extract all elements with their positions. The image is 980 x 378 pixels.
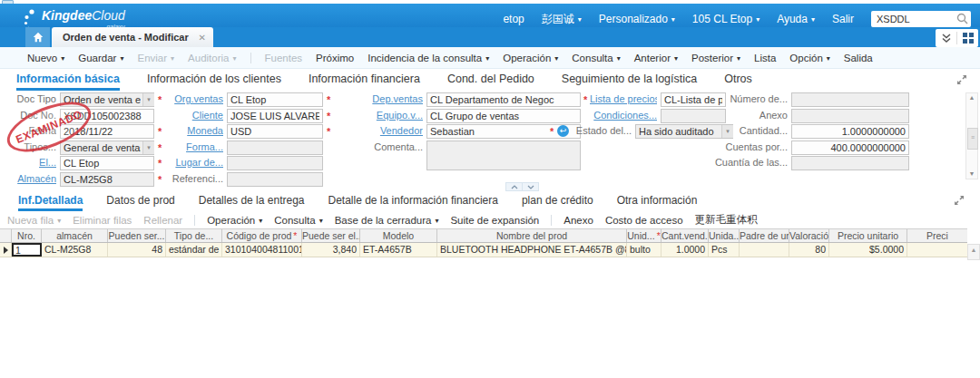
col-header-unida[interactable]: Unida... bbox=[709, 229, 740, 242]
label-dep-ventas[interactable]: Dep.ventas bbox=[359, 92, 423, 106]
org-ventas-field[interactable] bbox=[227, 92, 323, 107]
collapse-tabs-button[interactable] bbox=[936, 29, 956, 47]
label-vendedor[interactable]: Vendedor bbox=[359, 124, 423, 138]
search-icon[interactable] bbox=[956, 13, 968, 24]
tab-orden-de-venta[interactable]: Orden de venta - Modificar bbox=[52, 27, 213, 47]
dep-ventas-field[interactable] bbox=[426, 92, 581, 107]
menu-guardar[interactable]: Guardar bbox=[78, 53, 123, 63]
apps-menu-button[interactable] bbox=[957, 29, 978, 47]
col-header-unid[interactable]: Unid...* bbox=[627, 229, 662, 242]
label-almacen[interactable]: Almacén bbox=[0, 172, 56, 186]
menu-anterior[interactable]: Anterior bbox=[634, 53, 678, 63]
col-header-pueden-ser[interactable]: Pueden ser... bbox=[108, 229, 166, 242]
toolbar-costo-acceso[interactable]: Costo de acceso bbox=[605, 215, 683, 226]
tab-otros[interactable]: Otros bbox=[724, 69, 752, 91]
toolbar-anexo[interactable]: Anexo bbox=[564, 215, 593, 226]
col-header-puede-ser-el[interactable]: Puede ser el... bbox=[302, 229, 360, 242]
menu-consulta[interactable]: Consulta bbox=[572, 53, 620, 63]
el-field[interactable] bbox=[60, 156, 154, 170]
anexo-field[interactable] bbox=[791, 109, 909, 123]
tab-cond-pedido[interactable]: Cond. del Pedido bbox=[447, 69, 534, 91]
menu-enviar[interactable]: Enviar bbox=[137, 53, 174, 63]
label-forma[interactable]: Forma... bbox=[162, 141, 223, 154]
topmenu-personalizado[interactable]: Personalizado bbox=[599, 13, 675, 25]
scroll-up-icon[interactable]: ▲ bbox=[966, 93, 977, 102]
cliente-field[interactable] bbox=[227, 109, 323, 123]
label-el[interactable]: El... bbox=[0, 156, 56, 170]
menu-operacion[interactable]: Operación bbox=[503, 53, 558, 63]
cell-nombre-prod[interactable]: BLUETOOTH HEADPHONE ET-A4657B @80 bbox=[437, 243, 627, 257]
cell-puede-ser-el[interactable]: 3,840 bbox=[302, 243, 360, 257]
cell-modelo[interactable]: ET-A4657B bbox=[360, 243, 437, 257]
col-header-padre-de-un[interactable]: Padre de un... bbox=[740, 229, 789, 242]
menu-incidencia[interactable]: Incidencia de la consulta bbox=[368, 53, 489, 63]
col-header-modelo[interactable]: Modelo bbox=[360, 229, 437, 242]
tab-datos-prod[interactable]: Datos de prod bbox=[106, 191, 174, 211]
cell-precio-unitario[interactable]: $5.0000 bbox=[829, 243, 907, 257]
home-tab[interactable] bbox=[25, 27, 50, 47]
label-moneda[interactable]: Moneda bbox=[162, 124, 223, 138]
table-row[interactable]: 1 CL-M25G8 48 estándar de los 3101040048… bbox=[0, 243, 967, 257]
grid-scrollbar[interactable]: ▲ bbox=[967, 244, 980, 260]
menu-opcion[interactable]: Opción bbox=[789, 53, 829, 63]
expand-form-icon[interactable] bbox=[956, 74, 967, 85]
tab-plan-credito[interactable]: plan de crédito bbox=[522, 191, 593, 211]
col-header-selector[interactable] bbox=[0, 229, 12, 242]
label-lista-precios[interactable]: Lista de precios bbox=[590, 92, 657, 106]
toolbar-suite-expansion[interactable]: Suite de expansión bbox=[450, 215, 539, 226]
caret-down-icon[interactable] bbox=[142, 93, 154, 106]
toolbar-actualizar-peso[interactable]: 更新毛重体积 bbox=[695, 213, 758, 227]
tipos-field[interactable] bbox=[60, 141, 154, 155]
referencia-field[interactable] bbox=[227, 172, 323, 187]
scrollbar-thumb[interactable] bbox=[967, 128, 978, 150]
cuantia-field[interactable] bbox=[791, 156, 909, 170]
lugar-field[interactable] bbox=[227, 156, 323, 170]
toolbar-rellenar[interactable]: Rellenar bbox=[143, 215, 182, 226]
collapse-up-button[interactable] bbox=[506, 183, 522, 190]
toolbar-base-cerradura[interactable]: Base de la cerradura bbox=[335, 215, 439, 226]
menu-nuevo[interactable]: Nuevo bbox=[27, 53, 64, 63]
cantidad-field[interactable] bbox=[791, 124, 909, 139]
menu-salida[interactable]: Salida bbox=[844, 53, 873, 63]
topmenu-org[interactable]: 105 CL Etop bbox=[692, 13, 760, 25]
almacen-field[interactable] bbox=[60, 172, 154, 187]
forma-field[interactable] bbox=[227, 141, 323, 155]
col-header-cant-vend[interactable]: Cant.vend... bbox=[662, 229, 709, 242]
tab-informacion-basica[interactable]: Información básica bbox=[16, 69, 120, 91]
cell-preci[interactable] bbox=[907, 243, 967, 257]
col-header-codigo-prod[interactable]: Código de prod* bbox=[222, 229, 302, 242]
cell-tipo-de[interactable]: estándar de los bbox=[166, 243, 222, 257]
cell-almacen[interactable]: CL-M25G8 bbox=[42, 243, 108, 257]
moneda-field[interactable] bbox=[227, 124, 323, 139]
label-cliente[interactable]: Cliente bbox=[162, 109, 223, 122]
label-equipo[interactable]: Equipo.v... bbox=[359, 109, 423, 122]
tab-seguimiento-logistica[interactable]: Seguimiento de la logística bbox=[562, 69, 697, 91]
col-header-almacen[interactable]: almacén bbox=[42, 229, 108, 242]
menu-lista[interactable]: Lista bbox=[754, 53, 776, 63]
tab-informacion-financiera[interactable]: Información financiera bbox=[309, 69, 420, 91]
cell-codigo-prod[interactable]: 3101040048110016 bbox=[222, 243, 302, 257]
topmenu-etop[interactable]: etop bbox=[503, 13, 524, 25]
tab-otra-informacion[interactable]: Otra información bbox=[617, 191, 698, 211]
label-org-ventas[interactable]: Org.ventas bbox=[162, 92, 223, 106]
tab-informacion-clientes[interactable]: Información de los clientes bbox=[147, 69, 281, 91]
cell-unid[interactable]: bulto bbox=[627, 243, 662, 257]
col-header-nro[interactable]: Nro. bbox=[12, 229, 42, 242]
toolbar-nueva-fila[interactable]: Nueva fila bbox=[7, 215, 61, 226]
cell-valoracio[interactable]: 80 bbox=[789, 243, 829, 257]
cell-pueden-ser[interactable]: 48 bbox=[108, 243, 166, 257]
cuentas-por-field[interactable] bbox=[791, 141, 909, 155]
label-condiciones[interactable]: Condiciones... bbox=[590, 109, 657, 122]
col-header-valoracio[interactable]: Valoració... bbox=[789, 229, 829, 242]
tab-close-icon[interactable] bbox=[199, 33, 206, 43]
cell-padre-de-un[interactable] bbox=[740, 243, 789, 257]
col-header-tipo-de[interactable]: Tipo de... bbox=[166, 229, 222, 242]
collapse-down-button[interactable] bbox=[522, 183, 538, 190]
numero-de-field[interactable] bbox=[791, 92, 909, 107]
cell-unida[interactable]: Pcs bbox=[709, 243, 740, 257]
row-marker-icon[interactable] bbox=[0, 243, 12, 257]
toolbar-operacion[interactable]: Operación bbox=[207, 215, 262, 226]
tab-inf-detallada[interactable]: Inf.Detallada bbox=[18, 191, 83, 211]
equipo-field[interactable] bbox=[426, 109, 581, 123]
cell-cant-vend[interactable]: 1.0000 bbox=[662, 243, 709, 257]
